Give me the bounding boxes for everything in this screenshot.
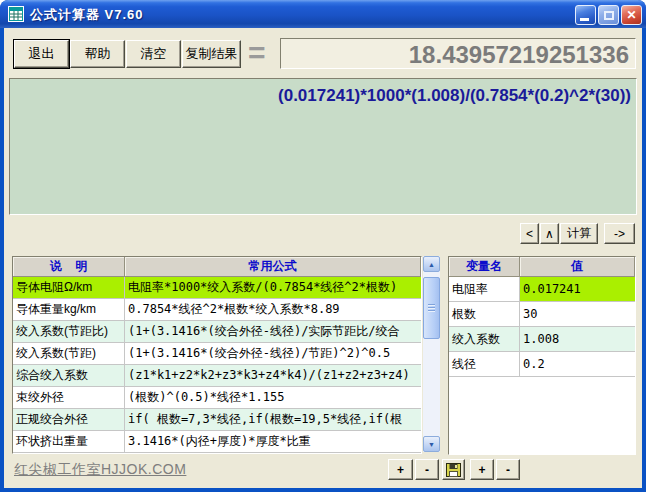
cursor-right-button[interactable]: -> <box>604 223 635 244</box>
scroll-up-icon: ▲ <box>428 261 435 268</box>
formula-expr-cell: if( 根数=7,3*线径,if(根数=19,5*线径,if(根 <box>125 409 421 431</box>
insert-caret-button[interactable]: ∧ <box>540 223 559 244</box>
calculate-button[interactable]: 计算 <box>560 223 598 244</box>
add-variable-button[interactable]: + <box>470 459 494 480</box>
formula-name-cell: 绞入系数(节距) <box>13 343 125 365</box>
copy-result-button[interactable]: 复制结果 <box>182 40 241 68</box>
variable-row[interactable]: 绞入系数 1.008 <box>449 327 635 352</box>
cursor-left-button[interactable]: < <box>520 223 539 244</box>
header-common-formula: 常用公式 <box>125 257 421 277</box>
minimize-icon <box>580 18 589 21</box>
formula-row[interactable]: 束绞外径 (根数)^(0.5)*线径*1.155 <box>13 387 421 409</box>
variable-name-cell: 根数 <box>449 302 520 327</box>
formula-row[interactable]: 综合绞入系数 (z1*k1+z2*k2+z3*k3+z4*k4)/(z1+z2+… <box>13 365 421 387</box>
window-title: 公式计算器 V7.60 <box>30 6 144 24</box>
add-formula-button[interactable]: + <box>388 459 413 480</box>
minimize-button[interactable] <box>575 5 596 25</box>
variable-name-cell: 绞入系数 <box>449 327 520 352</box>
titlebar[interactable]: 公式计算器 V7.60 ✕ <box>0 0 646 28</box>
variable-value-cell: 0.017241 <box>520 277 635 302</box>
close-button[interactable]: ✕ <box>621 5 642 25</box>
variable-row[interactable]: 电阻率 0.017241 <box>449 277 635 302</box>
formula-name-cell: 综合绞入系数 <box>13 365 125 387</box>
variables-table-header: 变量名 值 <box>449 257 635 277</box>
save-button[interactable] <box>442 459 465 480</box>
scroll-thumb[interactable] <box>423 277 440 339</box>
header-description: 说 明 <box>13 257 125 277</box>
variable-value-cell: 0.2 <box>520 352 635 377</box>
scroll-down-button[interactable]: ▼ <box>423 436 440 452</box>
variable-row[interactable]: 线径 0.2 <box>449 352 635 377</box>
scroll-down-icon: ▼ <box>428 441 435 448</box>
close-icon: ✕ <box>626 8 636 22</box>
variable-name-cell: 电阻率 <box>449 277 520 302</box>
formula-expr-cell: 0.7854*线径^2*根数*绞入系数*8.89 <box>125 299 421 321</box>
variable-value-cell: 30 <box>520 302 635 327</box>
help-button[interactable]: 帮助 <box>70 40 125 68</box>
maximize-icon <box>604 11 614 20</box>
equals-sign: = <box>248 36 266 70</box>
formula-name-cell: 导体电阻Ω/km <box>13 277 125 299</box>
remove-formula-button[interactable]: - <box>415 459 439 480</box>
formula-name-cell: 环状挤出重量 <box>13 431 125 453</box>
variable-name-cell: 线径 <box>449 352 520 377</box>
formula-row[interactable]: 绞入系数(节距) (1+(3.1416*(绞合外径-线径)/节距)^2)^0.5 <box>13 343 421 365</box>
formula-expr-cell: 3.1416*(内径+厚度)*厚度*比重 <box>125 431 421 453</box>
app-window: 公式计算器 V7.60 ✕ 退出 帮助 清空 复制结果 = 18.4395721… <box>0 0 646 492</box>
formula-expr-cell: (根数)^(0.5)*线径*1.155 <box>125 387 421 409</box>
formula-name-cell: 束绞外径 <box>13 387 125 409</box>
formula-expr-cell: (1+(3.1416*(绞合外径-线径)/实际节距比/绞合 <box>125 321 421 343</box>
formula-row[interactable]: 绞入系数(节距比) (1+(3.1416*(绞合外径-线径)/实际节距比/绞合 <box>13 321 421 343</box>
save-icon <box>446 463 461 477</box>
header-variable-name: 变量名 <box>449 257 520 277</box>
scroll-up-button[interactable]: ▲ <box>423 256 440 272</box>
formula-name-cell: 正规绞合外径 <box>13 409 125 431</box>
formula-expr-cell: (z1*k1+z2*k2+z3*k3+z4*k4)/(z1+z2+z3+z4) <box>125 365 421 387</box>
formula-row[interactable]: 正规绞合外径 if( 根数=7,3*线径,if(根数=19,5*线径,if(根 <box>13 409 421 431</box>
studio-website-link[interactable]: 红尖椒工作室HJJOK.COM <box>14 461 186 479</box>
formula-row[interactable]: 导体电阻Ω/km 电阻率*1000*绞入系数/(0.7854*线径^2*根数) <box>13 277 421 299</box>
formula-row[interactable]: 导体重量kg/km 0.7854*线径^2*根数*绞入系数*8.89 <box>13 299 421 321</box>
app-icon <box>8 6 24 22</box>
formula-row[interactable]: 环状挤出重量 3.1416*(内径+厚度)*厚度*比重 <box>13 431 421 453</box>
formula-expr-cell: 电阻率*1000*绞入系数/(0.7854*线径^2*根数) <box>125 277 421 299</box>
maximize-button[interactable] <box>598 5 619 25</box>
formula-table: 说 明 常用公式 导体电阻Ω/km 电阻率*1000*绞入系数/(0.7854*… <box>12 256 422 454</box>
formula-input[interactable]: (0.017241)*1000*(1.008)/(0.7854*(0.2)^2*… <box>9 78 637 215</box>
formula-name-cell: 绞入系数(节距比) <box>13 321 125 343</box>
result-display: 18.43957219251336 <box>280 38 636 69</box>
clear-button[interactable]: 清空 <box>126 40 181 68</box>
formula-table-header: 说 明 常用公式 <box>13 257 421 277</box>
formula-expr-cell: (1+(3.1416*(绞合外径-线径)/节距)^2)^0.5 <box>125 343 421 365</box>
exit-button[interactable]: 退出 <box>14 40 69 68</box>
header-value: 值 <box>520 257 635 277</box>
remove-variable-button[interactable]: - <box>496 459 520 480</box>
variable-row[interactable]: 根数 30 <box>449 302 635 327</box>
variables-table: 变量名 值 电阻率 0.017241 根数 30 绞入系数 1.008 线径 0… <box>448 256 636 455</box>
formula-table-scrollbar[interactable]: ▲ ▼ <box>423 256 440 452</box>
variable-value-cell: 1.008 <box>520 327 635 352</box>
formula-name-cell: 导体重量kg/km <box>13 299 125 321</box>
